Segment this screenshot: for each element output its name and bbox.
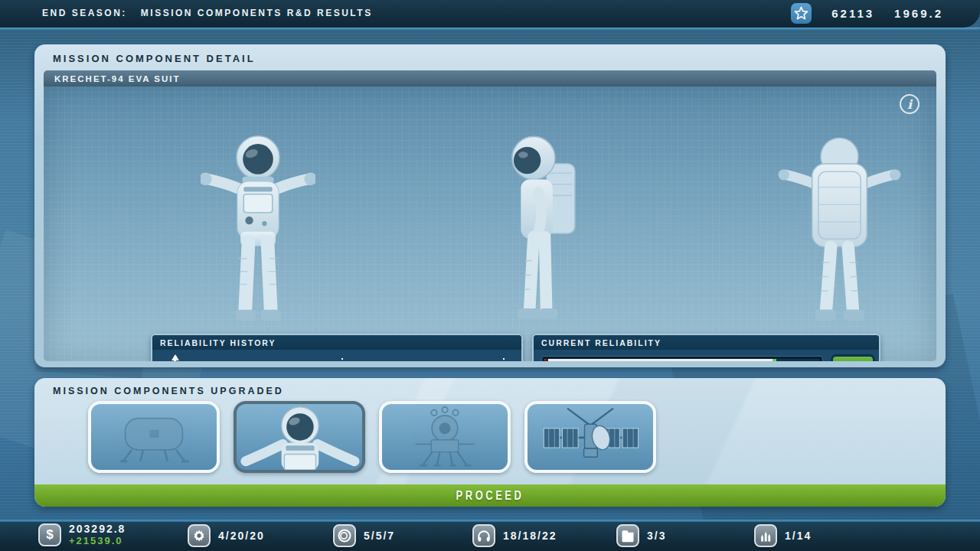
reliability-gauge: 00102030405060708090100 <box>541 356 823 361</box>
gauge-track: 00102030405060708090100 <box>544 359 820 361</box>
rockets-stat: 1/14 <box>754 524 812 547</box>
funds-stat: $ 203292.8 +21539.0 <box>38 523 126 546</box>
rockets-icon <box>754 524 777 547</box>
star-icon <box>794 6 808 21</box>
funds-value: 203292.8 <box>69 523 126 535</box>
current-reliability-panel: CURRENT RELIABILITY 00102030405060708090… <box>532 334 880 361</box>
components-upgraded-panel: MISSION COMPONENTS UPGRADED <box>34 378 946 507</box>
component-thumb-lunar-lander[interactable] <box>379 401 511 473</box>
component-thumb-cargo-module[interactable] <box>88 401 220 473</box>
programs-stat: 3/3 <box>616 524 666 547</box>
eva-suit-icon <box>237 404 362 470</box>
helmet-icon <box>333 524 356 547</box>
lunar-lander-icon <box>382 404 508 470</box>
dollar-icon: $ <box>38 523 61 546</box>
cargo-module-icon <box>91 404 217 470</box>
proceed-label: PROCEED <box>456 488 524 503</box>
component-name: KRECHET-94 EVA SUIT <box>54 74 181 83</box>
headphones-icon <box>472 524 495 547</box>
prestige-score: 62113 <box>831 7 874 20</box>
suit-side-view <box>497 129 593 328</box>
resources-bar: $ 203292.8 +21539.0 4/20/20 5/5/7 <box>0 522 980 551</box>
rd-projects-value: 4/20/20 <box>218 530 265 542</box>
rockets-value: 1/14 <box>785 530 812 542</box>
component-display-area: i RELIABILITY HISTORY 82 0 19661969 CURR… <box>44 86 936 361</box>
screen-title: END SEASON:MISSION COMPONENTS R&D RESULT… <box>42 8 373 18</box>
staff-stat: 18/18/22 <box>472 524 557 547</box>
proceed-button[interactable]: PROCEED <box>34 484 946 507</box>
current-reliability-title: CURRENT RELIABILITY <box>541 338 662 347</box>
game-date: 1969.2 <box>894 7 943 20</box>
component-thumb-eva-suit[interactable] <box>234 401 365 473</box>
suit-front-view <box>201 131 315 326</box>
top-bar: END SEASON:MISSION COMPONENTS R&D RESULT… <box>0 0 980 28</box>
y-axis <box>174 356 176 361</box>
gear-icon <box>188 524 211 547</box>
crews-stat: 5/5/7 <box>333 524 395 547</box>
crews-value: 5/5/7 <box>364 530 395 542</box>
rd-projects-stat: 4/20/20 <box>188 524 265 547</box>
info-icon[interactable]: i <box>900 94 920 114</box>
folder-icon <box>616 524 639 547</box>
reliability-history-title: RELIABILITY HISTORY <box>160 338 276 347</box>
programs-value: 3/3 <box>647 530 666 542</box>
reliability-chart-bars <box>183 360 495 361</box>
mission-component-detail-panel: MISSION COMPONENT DETAIL KRECHET-94 EVA … <box>34 44 946 367</box>
reliability-delta: 00.8 <box>833 357 873 361</box>
reliability-history-panel: RELIABILITY HISTORY 82 0 19661969 <box>151 334 523 361</box>
prestige-chip[interactable] <box>791 3 812 24</box>
suit-back-view <box>773 132 906 324</box>
staff-value: 18/18/22 <box>503 530 557 542</box>
panel-title: MISSION COMPONENT DETAIL <box>53 53 256 64</box>
component-header: KRECHET-94 EVA SUIT <box>44 70 936 86</box>
reliability-readout: 00.8 83.3 <box>831 354 875 361</box>
funds-delta: +21539.0 <box>69 535 126 546</box>
reliability-history-chart: 82 0 19661969 <box>152 350 521 361</box>
components-upgraded-title: MISSION COMPONENTS UPGRADED <box>53 386 284 396</box>
component-thumbnails <box>88 401 656 473</box>
screen-title-text: MISSION COMPONENTS R&D RESULTS <box>141 8 373 18</box>
satellite-icon <box>528 404 653 470</box>
screen-title-prefix: END SEASON: <box>42 8 127 18</box>
component-thumb-satellite[interactable] <box>524 401 656 473</box>
